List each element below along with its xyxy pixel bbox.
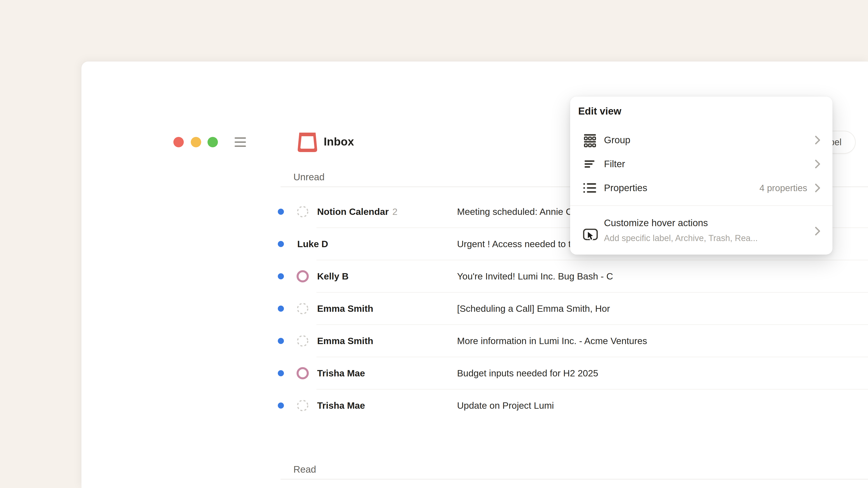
menu-item-label: Group: [604, 135, 630, 145]
desktop: Inbox Auto label: [0, 0, 868, 488]
avatar[interactable]: [296, 302, 309, 315]
menu-item-label: Properties: [604, 183, 647, 193]
group-icon: [583, 133, 597, 147]
traffic-minimize-button[interactable]: [191, 137, 201, 147]
email-subject: Budget inputs needed for H2 2025: [457, 368, 598, 379]
menu-item-label: Customize hover actions: [604, 218, 708, 228]
unread-dot-icon: [278, 305, 284, 312]
unread-dot-icon: [278, 402, 284, 409]
unread-dot-icon: [278, 338, 284, 344]
unread-dot-icon: [278, 241, 284, 247]
chevron-right-icon: [814, 226, 821, 236]
chevron-right-icon: [814, 183, 821, 193]
email-subject: You're Invited! Lumi Inc. Bug Bash - C: [457, 271, 613, 282]
sender-name: Notion Calendar2: [317, 206, 397, 217]
unread-dot-icon: [278, 273, 284, 279]
sender-name: Trisha Mae: [317, 368, 365, 379]
traffic-close-button[interactable]: [174, 137, 184, 147]
inbox-icon: [297, 131, 318, 153]
sender-name: Kelly B: [317, 271, 348, 282]
menu-hamburger-icon[interactable]: [235, 136, 246, 148]
menu-item-value: 4 properties: [760, 183, 807, 193]
menu-item-subtitle: Add specific label, Archive, Trash, Rea.…: [604, 233, 758, 243]
menu-item-customize-hover-actions[interactable]: Customize hover actions Add specific lab…: [570, 209, 833, 252]
email-row[interactable]: Emma Smith More information in Lumi Inc.…: [281, 325, 868, 357]
email-row[interactable]: Emma Smith [Scheduling a Call] Emma Smit…: [281, 292, 868, 325]
sender-name: Trisha Mae: [317, 400, 365, 411]
traffic-zoom-button[interactable]: [208, 137, 218, 147]
popup-title: Edit view: [578, 105, 621, 117]
menu-item-filter[interactable]: Filter: [570, 152, 833, 176]
email-subject: Update on Project Lumi: [457, 400, 554, 411]
email-subject: [Scheduling a Call] Emma Smith, Hor: [457, 303, 610, 314]
avatar[interactable]: [296, 335, 309, 347]
unread-dot-icon: [278, 370, 284, 376]
hover-cursor-icon: [583, 228, 598, 241]
sender-name: Luke D: [297, 238, 328, 249]
page-title: Inbox: [324, 135, 354, 148]
menu-item-label: Filter: [604, 159, 625, 169]
section-header: Read: [281, 460, 868, 479]
email-row[interactable]: Trisha Mae Budget inputs needed for H2 2…: [281, 357, 868, 389]
filter-icon: [583, 157, 596, 171]
menu-item-properties[interactable]: Properties 4 properties: [570, 176, 833, 200]
chevron-right-icon: [814, 135, 821, 145]
unread-dot-icon: [278, 208, 284, 215]
avatar[interactable]: [296, 399, 309, 412]
menu-item-group[interactable]: Group: [570, 128, 833, 152]
email-row[interactable]: Trisha Mae Update on Project Lumi Mar 6: [281, 389, 868, 422]
avatar[interactable]: [296, 270, 309, 283]
thread-count: 2: [393, 206, 398, 217]
sender-name: Emma Smith: [317, 335, 373, 346]
edit-view-popup: Edit view Group: [570, 96, 833, 255]
avatar[interactable]: [296, 205, 309, 218]
section-read: Read Holly, Ana2 [JIRA] (B2FA-10) Create…: [281, 460, 868, 488]
avatar[interactable]: [296, 367, 309, 380]
email-row[interactable]: Kelly B You're Invited! Lumi Inc. Bug Ba…: [281, 260, 868, 292]
email-subject: More information in Lumi Inc. - Acme Ven…: [457, 335, 647, 346]
popup-divider: [570, 205, 833, 206]
properties-icon: [583, 182, 597, 194]
chevron-right-icon: [814, 159, 821, 169]
sender-name: Emma Smith: [317, 303, 373, 314]
